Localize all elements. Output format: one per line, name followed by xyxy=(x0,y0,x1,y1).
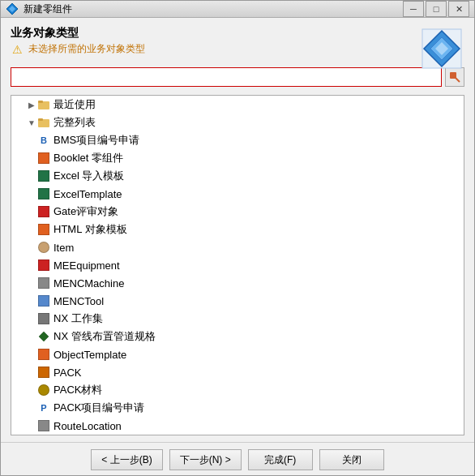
list-item[interactable]: RouteLocation xyxy=(11,417,464,435)
item-label: Excel 导入模板 xyxy=(53,169,460,183)
search-row xyxy=(11,67,464,87)
finish-button[interactable]: 完成(F) xyxy=(248,449,313,470)
list-item[interactable]: NX 工作集 xyxy=(11,310,464,328)
title-bar: 新建零组件 ─ □ ✕ xyxy=(1,1,474,18)
expand-arrow-recent[interactable]: ▶ xyxy=(26,99,37,110)
svg-rect-9 xyxy=(38,101,43,103)
warning-text: 未选择所需的业务对象类型 xyxy=(28,42,145,56)
list-item[interactable]: Gate评审对象 xyxy=(11,203,464,221)
list-item[interactable]: MENCTool xyxy=(11,292,464,310)
item-icon-pack-project: P xyxy=(37,401,50,414)
close-button[interactable]: 关闭 xyxy=(319,449,384,470)
list-item[interactable]: HTML 对象模板 xyxy=(11,221,464,238)
list-item[interactable]: ExcelTemplate xyxy=(11,185,464,203)
header-section: 业务对象类型 ⚠ 未选择所需的业务对象类型 xyxy=(11,26,464,62)
list-item[interactable]: MEEquipment xyxy=(11,256,464,274)
minimize-button[interactable]: ─ xyxy=(403,1,424,17)
warning-row: ⚠ 未选择所需的业务对象类型 xyxy=(11,42,464,56)
item-label: Item xyxy=(53,242,460,254)
item-label: Gate评审对象 xyxy=(53,204,460,219)
item-icon-routelocation xyxy=(37,419,50,432)
item-icon-excel-import xyxy=(37,169,50,182)
tree-full-list[interactable]: ▼ 完整列表 xyxy=(11,114,464,131)
item-icon-excel-template xyxy=(37,187,50,200)
item-label: ObjectTemplate xyxy=(53,349,460,361)
item-icon-objtemplate xyxy=(37,348,50,361)
item-label: MEEquipment xyxy=(53,259,460,272)
warning-icon: ⚠ xyxy=(11,43,24,56)
item-label: HTML 对象模板 xyxy=(53,222,460,237)
footer: < 上一步(B) 下一步(N) > 完成(F) 关闭 xyxy=(1,442,474,476)
item-icon-pack-material xyxy=(37,384,50,397)
item-label: ExcelTemplate xyxy=(53,188,460,200)
expand-arrow-full[interactable]: ▼ xyxy=(26,117,37,128)
close-button[interactable]: ✕ xyxy=(448,1,469,17)
item-icon-meequip xyxy=(37,259,50,272)
list-item[interactable]: Excel 导入模板 xyxy=(11,167,464,185)
list-item[interactable]: PACK材料 xyxy=(11,381,464,399)
window-title: 新建零组件 xyxy=(24,2,403,16)
recently-used-label: 最近使用 xyxy=(53,97,460,112)
folder-icon-full xyxy=(37,116,50,129)
list-item[interactable]: PACK xyxy=(11,363,464,381)
back-button[interactable]: < 上一步(B) xyxy=(91,449,162,470)
search-input[interactable] xyxy=(11,67,442,87)
item-label: MENCMachine xyxy=(53,277,460,289)
list-item[interactable]: NX 管线布置管道规格 xyxy=(11,328,464,345)
folder-icon-recent xyxy=(37,98,50,111)
window-controls: ─ □ ✕ xyxy=(403,1,469,17)
item-icon-mencmachine xyxy=(37,277,50,289)
main-window: 新建零组件 ─ □ ✕ 业务对象类型 ⚠ 未选择所需的业务对象类型 xyxy=(0,0,475,476)
item-label: BMS项目编号申请 xyxy=(53,133,460,148)
item-icon-menctool xyxy=(37,294,50,307)
item-label: PACK项目编号申请 xyxy=(53,401,460,415)
section-title: 业务对象类型 xyxy=(11,26,464,41)
item-icon-nx-pipe xyxy=(37,330,50,343)
app-icon xyxy=(6,2,19,15)
item-label: Booklet 零组件 xyxy=(53,151,460,165)
maximize-button[interactable]: □ xyxy=(426,1,447,17)
item-icon-gate xyxy=(37,205,50,218)
svg-line-7 xyxy=(455,77,460,82)
list-item[interactable]: Booklet 零组件 xyxy=(11,149,464,167)
next-button[interactable]: 下一步(N) > xyxy=(169,449,242,470)
item-label: NX 工作集 xyxy=(53,311,460,326)
item-icon-nx-workset xyxy=(37,312,50,325)
list-item[interactable]: ObjectTemplate xyxy=(11,345,464,363)
list-item[interactable]: MENCMachine xyxy=(11,274,464,292)
content-area: 业务对象类型 ⚠ 未选择所需的业务对象类型 ▶ xyxy=(1,18,474,442)
full-list-label: 完整列表 xyxy=(53,115,460,130)
item-icon-bms: B xyxy=(37,134,50,147)
item-label: RouteLocation xyxy=(53,420,460,432)
item-icon-item xyxy=(37,241,50,254)
tree-recently-used[interactable]: ▶ 最近使用 xyxy=(11,96,464,114)
logo-area xyxy=(419,26,464,74)
item-label: PACK xyxy=(53,367,460,379)
item-icon-booklet xyxy=(37,152,50,165)
item-icon-pack xyxy=(37,366,50,379)
tree-container[interactable]: ▶ 最近使用 ▼ 完整列表 xyxy=(11,95,464,435)
svg-rect-11 xyxy=(38,118,43,121)
item-label: PACK材料 xyxy=(53,383,460,397)
item-icon-html xyxy=(37,223,50,236)
list-item[interactable]: B BMS项目编号申请 xyxy=(11,131,464,149)
item-label: MENCTool xyxy=(53,295,460,307)
svg-marker-12 xyxy=(39,332,49,341)
list-item[interactable]: Item xyxy=(11,238,464,256)
list-item[interactable]: P PACK项目编号申请 xyxy=(11,399,464,417)
item-label: NX 管线布置管道规格 xyxy=(53,329,460,344)
